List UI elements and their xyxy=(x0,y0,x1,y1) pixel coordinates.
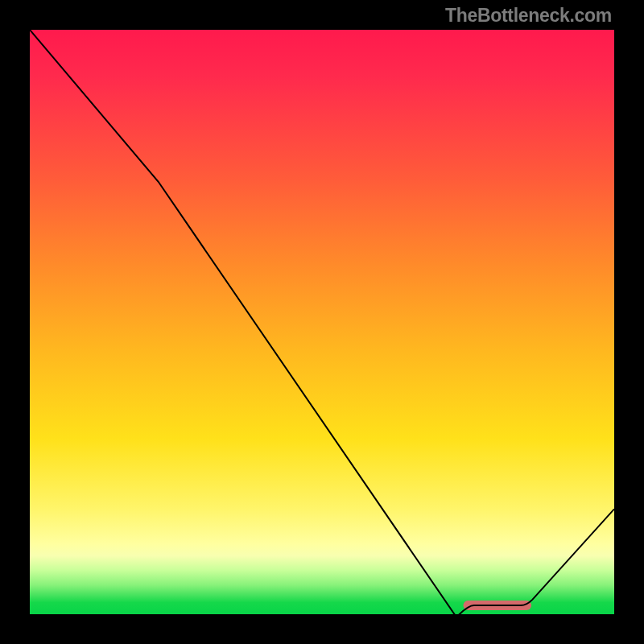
bottleneck-curve xyxy=(30,30,614,614)
chart-frame: TheBottleneck.com xyxy=(0,0,644,644)
plot-area xyxy=(30,30,614,614)
attribution-text: TheBottleneck.com xyxy=(445,5,612,27)
curve-svg xyxy=(30,30,614,614)
